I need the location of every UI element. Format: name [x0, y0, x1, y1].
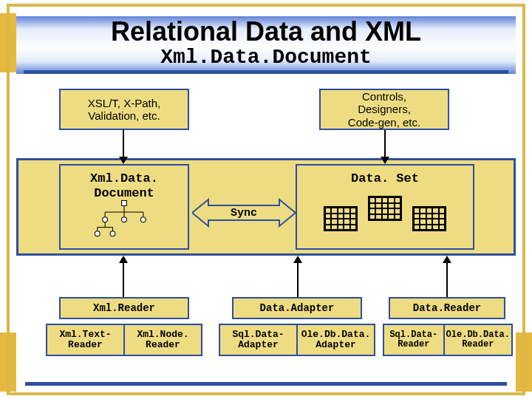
box-xml-text-reader: Xml.Text- Reader [47, 325, 123, 355]
accent-tab-left-bottom [0, 332, 16, 392]
box-xml-reader: Xml.Reader [59, 297, 189, 319]
label: Sql.Data- Reader [389, 330, 437, 349]
pair-data-adapters: Sql.Data- Adapter Ole.Db.Data. Adapter [219, 324, 375, 356]
pair-xml-readers: Xml.Text- Reader Xml.Node. Reader [46, 324, 202, 356]
label: Xml.Node. Reader [137, 330, 188, 349]
label: Xml.Text- Reader [59, 330, 111, 349]
box-xsl: XSL/T, X-Path, Validation, etc. [59, 89, 189, 130]
slide-title: Relational Data and XML [16, 18, 516, 46]
dataset-tables-icon [297, 192, 473, 245]
box-data-reader-label: Data.Reader [413, 302, 481, 314]
title-underline [24, 70, 508, 74]
box-oledb-data-adapter: Ole.Db.Data. Adapter [296, 325, 374, 355]
svg-point-11 [122, 217, 127, 222]
bottom-underline [25, 382, 507, 386]
table-grid-icon [368, 196, 402, 221]
svg-rect-4 [122, 200, 127, 205]
svg-marker-24 [443, 256, 451, 263]
box-dataset: Data. Set [296, 164, 474, 250]
svg-marker-3 [381, 157, 389, 164]
accent-tab-left-top [0, 13, 16, 72]
box-xsl-label: XSL/T, X-Path, Validation, etc. [88, 97, 160, 123]
box-data-adapter: Data.Adapter [232, 297, 362, 319]
accent-tab-right-bottom [516, 332, 532, 392]
box-oledb-data-reader: Ole.Db.Data. Reader [443, 325, 511, 355]
svg-marker-20 [119, 256, 128, 263]
arrow-dadapter-to-dataset [291, 256, 304, 297]
svg-point-10 [103, 217, 108, 222]
box-xml-data-document: Xml.Data. Document [59, 164, 189, 250]
box-data-reader: Data.Reader [389, 297, 505, 319]
svg-point-12 [140, 217, 146, 222]
svg-marker-1 [119, 157, 128, 164]
arrow-dreader-to-dataset [440, 256, 454, 297]
label: Sql.Data- Adapter [232, 330, 284, 349]
box-sql-data-reader: Sql.Data- Reader [384, 325, 443, 355]
table-grid-icon [324, 206, 358, 231]
svg-point-17 [95, 231, 100, 236]
box-xml-reader-label: Xml.Reader [93, 302, 155, 314]
diagram-canvas: XSL/T, X-Path, Validation, etc. Controls… [16, 89, 516, 386]
arrow-xsl-to-xdd [117, 130, 130, 164]
box-data-adapter-label: Data.Adapter [260, 302, 335, 314]
table-grid-icon [412, 206, 446, 231]
box-sql-data-adapter: Sql.Data- Adapter [220, 325, 296, 355]
svg-marker-22 [293, 256, 302, 263]
slide-subtitle: Xml.Data.Document [16, 46, 516, 69]
box-controls: Controls, Designers, Code-gen, etc. [319, 89, 449, 130]
box-controls-label: Controls, Designers, Code-gen, etc. [348, 90, 420, 129]
arrow-xread-to-xdd [117, 256, 130, 297]
label: Ole.Db.Data. Adapter [301, 330, 371, 349]
pair-data-readers: Sql.Data- Reader Ole.Db.Data. Reader [383, 324, 513, 356]
title-band: Relational Data and XML Xml.Data.Documen… [16, 16, 516, 74]
tree-icon [61, 198, 188, 244]
box-dataset-label: Data. Set [297, 171, 473, 186]
svg-point-18 [110, 231, 115, 236]
box-xdd-label: Xml.Data. Document [61, 171, 188, 200]
sync-connector: Sync [192, 198, 296, 228]
arrow-controls-to-dataset [378, 130, 392, 164]
box-xml-node-reader: Xml.Node. Reader [123, 325, 201, 355]
label: Ole.Db.Data. Reader [446, 330, 510, 349]
sync-label: Sync [192, 198, 296, 228]
